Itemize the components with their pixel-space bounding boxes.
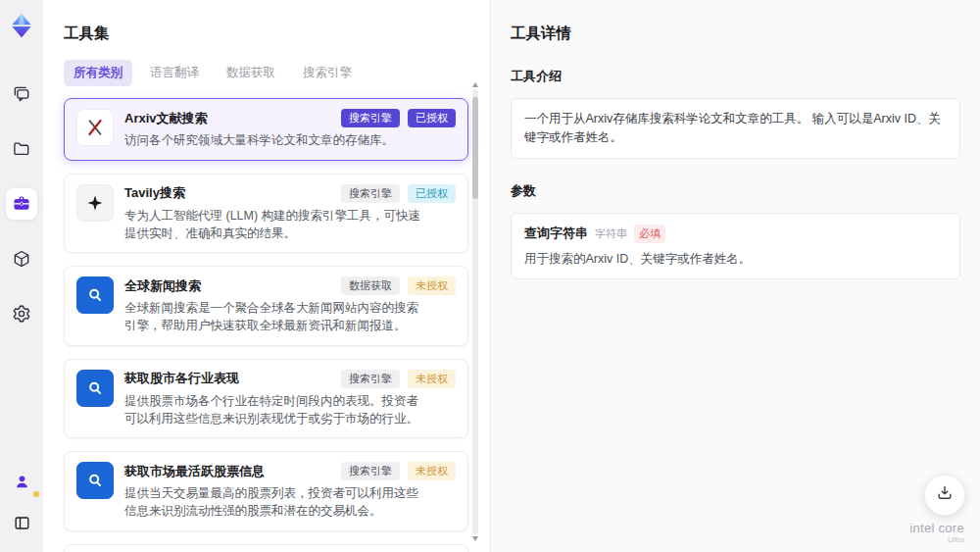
- category-badge: 搜索引擎: [341, 462, 400, 480]
- left-icon-rail: [0, 0, 43, 552]
- tool-description: 访问各个研究领域大量科学论文和文章的存储库。: [124, 132, 456, 150]
- tab-all-categories[interactable]: 所有类别: [64, 60, 132, 86]
- category-badge: 搜索引擎: [341, 184, 400, 203]
- sidebar-item-files[interactable]: [6, 133, 37, 165]
- tool-list: Arxiv文献搜索 搜索引擎 已授权 访问各个研究领域大量科学论文和文章的存储库…: [64, 98, 468, 552]
- intro-heading: 工具介绍: [511, 68, 960, 85]
- tool-name: 全球新闻搜索: [124, 277, 201, 295]
- param-name: 查询字符串: [524, 225, 588, 242]
- auth-badge: 未授权: [408, 370, 456, 388]
- params-heading: 参数: [511, 182, 960, 200]
- tool-description: 提供当天交易量最高的股票列表，投资者可以利用这些信息来识别流动性强的股票和潜在的…: [124, 485, 456, 521]
- auth-badge: 已授权: [408, 109, 456, 127]
- tool-card-tavily[interactable]: Tavily搜索 搜索引擎 已授权 专为人工智能代理 (LLM) 构建的搜索引擎…: [64, 174, 468, 254]
- category-badge: 搜索引擎: [341, 109, 400, 127]
- gem-logo-icon: [8, 12, 35, 39]
- auth-badge: 未授权: [408, 276, 456, 295]
- toolbox-icon: [12, 194, 31, 214]
- sidebar-item-tools[interactable]: [6, 188, 37, 220]
- page-title: 工具集: [64, 24, 468, 44]
- tool-description: 提供股票市场各个行业在特定时间段内的表现。投资者可以利用这些信息来识别表现优于或…: [124, 393, 456, 428]
- arxiv-logo-icon: [76, 109, 114, 146]
- intel-core-text: intel core: [909, 521, 964, 535]
- search-blue-icon: [76, 462, 114, 499]
- scrollbar-thumb[interactable]: [472, 97, 478, 199]
- tool-list-panel: 工具集 所有类别 语言翻译 数据获取 搜索引擎 Arxiv文献搜索 搜索引擎 已…: [43, 0, 490, 552]
- tab-search-engine[interactable]: 搜索引擎: [293, 60, 362, 86]
- details-title: 工具详情: [511, 24, 960, 44]
- tool-details-panel: 工具详情 工具介绍 一个用于从Arxiv存储库搜索科学论文和文章的工具。 输入可…: [490, 0, 980, 552]
- sidebar-item-chat[interactable]: [6, 78, 37, 110]
- tool-name: Tavily搜索: [124, 184, 185, 202]
- category-badge: 数据获取: [341, 276, 400, 295]
- auth-badge: 已授权: [408, 184, 456, 203]
- user-account-button[interactable]: [6, 466, 37, 497]
- tab-language-translation[interactable]: 语言翻译: [140, 60, 209, 86]
- tool-description: 专为人工智能代理 (LLM) 构建的搜索引擎工具，可快速提供实时、准确和真实的结…: [124, 208, 456, 243]
- list-scrollbar: [471, 82, 478, 541]
- tool-card-regional-news[interactable]: 万维地区新闻查询 搜索引擎 未授权 查询具体行政区划内的新闻，快速了解各地新闻动: [64, 544, 468, 552]
- gear-icon: [12, 304, 31, 324]
- tool-card-global-news[interactable]: 全球新闻搜索 数据获取 未授权 全球新闻搜索是一个聚合全球各大新闻网站内容的搜索…: [64, 266, 468, 346]
- tool-card-most-active-stocks[interactable]: 获取市场最活跃股票信息 搜索引擎 未授权 提供当天交易量最高的股票列表，投资者可…: [64, 451, 468, 531]
- search-blue-icon: [76, 370, 114, 407]
- scroll-down-arrow[interactable]: [472, 536, 478, 541]
- intro-text: 一个用于从Arxiv存储库搜索科学论文和文章的工具。 输入可以是Arxiv ID…: [524, 110, 947, 147]
- user-icon: [14, 474, 30, 490]
- panel-toggle-icon: [13, 514, 31, 532]
- package-icon: [12, 249, 31, 269]
- tool-name: Arxiv文献搜索: [124, 110, 208, 127]
- notification-dot: [33, 491, 39, 497]
- folder-icon: [12, 139, 31, 159]
- tool-name: 获取市场最活跃股票信息: [124, 463, 265, 480]
- category-tabs: 所有类别 语言翻译 数据获取 搜索引擎: [64, 60, 468, 86]
- download-button[interactable]: [924, 475, 965, 516]
- tool-card-arxiv[interactable]: Arxiv文献搜索 搜索引擎 已授权 访问各个研究领域大量科学论文和文章的存储库…: [64, 98, 468, 161]
- intel-core-logo: intel core Ultra: [909, 519, 964, 545]
- tab-data-fetch[interactable]: 数据获取: [217, 60, 285, 86]
- sidebar-item-packages[interactable]: [6, 243, 37, 275]
- chat-icon: [12, 84, 31, 104]
- tool-name: 获取股市各行业表现: [124, 370, 239, 387]
- intro-box: 一个用于从Arxiv存储库搜索科学论文和文章的工具。 输入可以是Arxiv ID…: [511, 98, 960, 159]
- search-blue-icon: [76, 276, 114, 314]
- category-badge: 搜索引擎: [341, 370, 400, 388]
- param-type: 字符串: [595, 226, 627, 241]
- sidebar-item-settings[interactable]: [6, 298, 37, 329]
- sparkle-icon: [76, 184, 114, 222]
- tool-card-sector-performance[interactable]: 获取股市各行业表现 搜索引擎 未授权 提供股票市场各个行业在特定时间段内的表现。…: [64, 359, 468, 439]
- app-logo[interactable]: [8, 12, 35, 39]
- collapse-sidebar-button[interactable]: [6, 507, 37, 538]
- param-box: 查询字符串 字符串 必填 用于搜索的Arxiv ID、关键字或作者姓名。: [511, 213, 960, 279]
- scrollbar-track[interactable]: [472, 89, 478, 534]
- intel-core-sub-text: Ultra: [909, 536, 964, 545]
- tool-description: 全球新闻搜索是一个聚合全球各大新闻网站内容的搜索引擎，帮助用户快速获取全球最新资…: [124, 300, 456, 335]
- scroll-up-arrow[interactable]: [472, 82, 478, 87]
- auth-badge: 未授权: [408, 462, 456, 480]
- download-icon: [935, 483, 955, 507]
- param-description: 用于搜索的Arxiv ID、关键字或作者姓名。: [524, 251, 947, 268]
- param-required-badge: 必填: [634, 225, 665, 243]
